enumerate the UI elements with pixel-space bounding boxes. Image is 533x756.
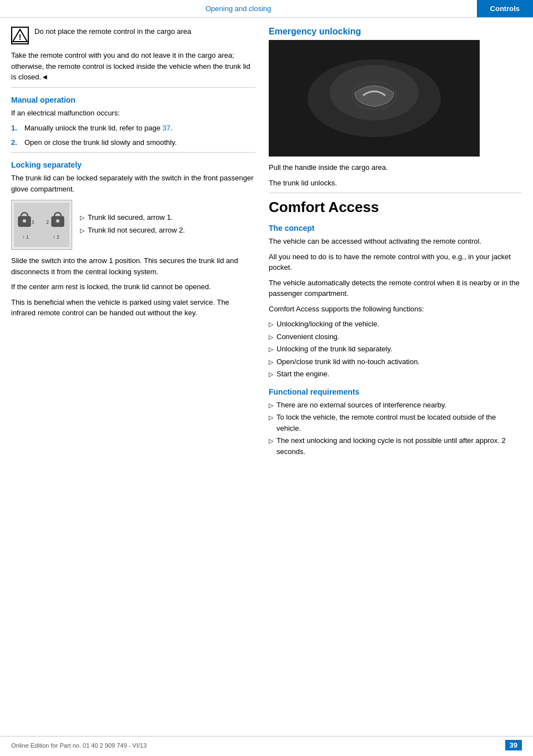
bullet-arrow-icon: ▷	[269, 332, 273, 342]
page-footer: Online Edition for Part no. 01 40 2 909 …	[0, 736, 533, 750]
step-number-2: 2.	[11, 137, 20, 148]
intro-text: Take the remote control with you and do …	[11, 50, 255, 83]
bullet-arrow-icon: ▷	[269, 401, 273, 410]
func-bullet-3: The next unlocking and locking cycle is …	[276, 435, 522, 457]
emergency-text-2: The trunk lid unlocks.	[269, 178, 522, 189]
divider-1	[11, 87, 255, 88]
bullet-arrow-icon: ▷	[269, 357, 273, 367]
right-column: Emergency unlocking Pull the handle insi…	[269, 27, 522, 461]
lock-bullet-1: Trunk lid secured, arrow 1.	[88, 212, 173, 223]
divider-3	[269, 193, 522, 193]
divider-2	[11, 152, 255, 153]
beneficial-text: This is beneficial when the vehicle is p…	[11, 297, 255, 319]
step-number-1: 1.	[11, 123, 20, 134]
svg-point-9	[56, 219, 59, 223]
manual-operation-heading: Manual operation	[11, 95, 255, 104]
page-header: Opening and closing Controls	[0, 0, 533, 18]
warning-icon: !	[11, 27, 29, 44]
svg-text:2: 2	[46, 219, 49, 225]
header-section-left: Opening and closing	[0, 0, 477, 17]
header-opening-closing-label: Opening and closing	[205, 4, 271, 13]
manual-steps-list: 1. Manually unlock the trunk lid, refer …	[11, 123, 255, 148]
functional-requirements-heading: Functional requirements	[269, 387, 522, 396]
bullet-arrow-icon: ▷	[269, 436, 273, 446]
lock-image-area: 1 2 ↑ 1 ↑ 2 ▷ Trunk lid secured, arrow 1…	[11, 200, 255, 250]
list-item: ▷ To lock the vehicle, the remote contro…	[269, 412, 522, 434]
manual-operation-intro: If an electrical malfunction occurs:	[11, 108, 255, 119]
bullet-arrow-icon: ▷	[269, 320, 273, 329]
func-bullet-2: To lock the vehicle, the remote control …	[276, 412, 522, 434]
header-controls-label: Controls	[490, 4, 520, 13]
locking-separately-text: The trunk lid can be locked separately w…	[11, 173, 255, 194]
bullet-arrow-icon: ▷	[269, 345, 273, 354]
locking-separately-heading: Locking separately	[11, 160, 255, 169]
warning-text: Do not place the remote control in the c…	[34, 27, 192, 37]
concept-text-1: The vehicle can be accessed without acti…	[269, 236, 522, 247]
list-item: 2. Open or close the trunk lid slowly an…	[11, 137, 255, 148]
center-arm-text: If the center arm rest is locked, the tr…	[11, 281, 255, 293]
bullet-arrow-icon: ▷	[269, 370, 273, 379]
lock-diagram-svg: 1 2 ↑ 1 ↑ 2	[14, 203, 69, 247]
svg-text:↑ 1: ↑ 1	[22, 234, 29, 240]
concept-text-3: The vehicle automatically detects the re…	[269, 278, 522, 299]
list-item: ▷ Open/close trunk lid with no-touch act…	[269, 356, 522, 367]
lock-bullets: ▷ Trunk lid secured, arrow 1. ▷ Trunk li…	[80, 212, 185, 238]
concept-bullet-1: Unlocking/locking of the vehicle.	[276, 319, 379, 330]
bullet-arrow-icon: ▷	[80, 226, 84, 235]
bullet-arrow-icon: ▷	[80, 213, 84, 223]
slide-text: Slide the switch into the arrow 1 positi…	[11, 255, 255, 277]
svg-point-5	[23, 219, 26, 223]
concept-text-4: Comfort Access supports the following fu…	[269, 304, 522, 315]
warning-triangle-icon: !	[12, 28, 28, 43]
the-concept-heading: The concept	[269, 224, 522, 233]
list-item: ▷ Trunk lid secured, arrow 1.	[80, 212, 185, 223]
concept-bullets-list: ▷ Unlocking/locking of the vehicle. ▷ Co…	[269, 319, 522, 380]
footer-edition-text: Online Edition for Part no. 01 40 2 909 …	[11, 742, 147, 749]
concept-bullet-5: Start the engine.	[276, 369, 329, 380]
list-item: ▷ There are no external sources of inter…	[269, 400, 522, 411]
comfort-access-heading: Comfort Access	[269, 199, 522, 216]
list-item: ▷ Unlocking of the trunk lid separately.	[269, 344, 522, 355]
emergency-unlocking-image	[269, 40, 480, 157]
step-1-text: Manually unlock the trunk lid, refer to …	[24, 123, 173, 134]
step-2-text: Open or close the trunk lid slowly and s…	[24, 137, 177, 148]
page-link-37[interactable]: 37	[163, 124, 170, 132]
func-bullet-1: There are no external sources of interfe…	[276, 400, 446, 411]
functional-req-bullets-list: ▷ There are no external sources of inter…	[269, 400, 522, 457]
svg-text:↑ 2: ↑ 2	[53, 234, 59, 240]
list-item: ▷ The next unlocking and locking cycle i…	[269, 435, 522, 457]
left-column: ! Do not place the remote control in the…	[11, 27, 255, 461]
lock-bullet-2: Trunk lid not secured, arrow 2.	[88, 225, 185, 236]
lock-image-box: 1 2 ↑ 1 ↑ 2	[11, 200, 72, 250]
list-item: ▷ Start the engine.	[269, 369, 522, 380]
list-item: ▷ Trunk lid not secured, arrow 2.	[80, 225, 185, 236]
list-item: ▷ Unlocking/locking of the vehicle.	[269, 319, 522, 330]
list-item: ▷ Convenient closing.	[269, 331, 522, 342]
concept-bullet-4: Open/close trunk lid with no-touch activ…	[276, 356, 420, 367]
emergency-unlocking-heading: Emergency unlocking	[269, 27, 522, 37]
emergency-image-svg	[269, 40, 480, 157]
concept-text-2: All you need to do is to have the remote…	[269, 251, 522, 273]
main-content: ! Do not place the remote control in the…	[0, 18, 533, 461]
emergency-text-1: Pull the handle inside the cargo area.	[269, 162, 522, 173]
bullet-arrow-icon: ▷	[269, 413, 273, 422]
svg-text:!: !	[19, 33, 22, 42]
concept-bullet-2: Convenient closing.	[276, 331, 339, 342]
page-number: 39	[505, 740, 522, 750]
concept-bullet-3: Unlocking of the trunk lid separately.	[276, 344, 393, 355]
header-section-right: Controls	[477, 0, 533, 17]
svg-text:1: 1	[32, 219, 34, 225]
warning-box: ! Do not place the remote control in the…	[11, 27, 255, 44]
list-item: 1. Manually unlock the trunk lid, refer …	[11, 123, 255, 134]
